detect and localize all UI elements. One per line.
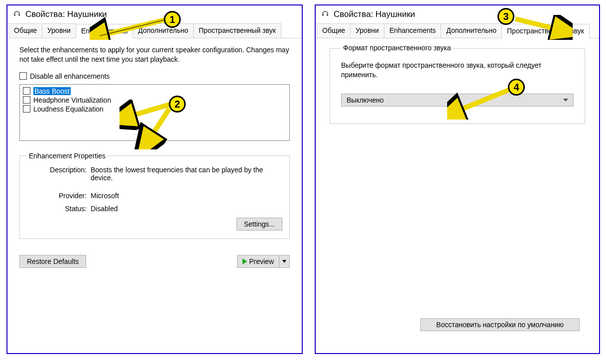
spatial-format-legend: Формат пространственного звука xyxy=(341,44,453,52)
tab-advanced[interactable]: Дополнительно xyxy=(132,23,194,38)
spatial-format-value: Выключено xyxy=(347,96,384,104)
loudness-eq-label: Loudness Equalization xyxy=(33,105,104,113)
tab-levels[interactable]: Уровни xyxy=(42,23,76,38)
preview-dropdown-button[interactable] xyxy=(279,255,290,268)
tab-row: Общие Уровни Enhancements Дополнительно … xyxy=(316,23,599,38)
tab-spatial[interactable]: Пространственный звук xyxy=(193,23,281,38)
tab-content: Формат пространственного звука Выберите … xyxy=(316,38,599,341)
status-label: Status: xyxy=(27,205,87,213)
tab-advanced[interactable]: Дополнительно xyxy=(441,23,502,38)
headphone-virt-label: Headphone Virtualization xyxy=(33,96,111,104)
enh-item-loudness-eq[interactable]: Loudness Equalization xyxy=(20,105,289,114)
enh-item-headphone-virt[interactable]: Headphone Virtualization xyxy=(20,96,289,105)
dialog-spatial: Свойства: Наушники Общие Уровни Enhancem… xyxy=(315,4,600,354)
callout-2: 2 xyxy=(169,96,186,113)
tab-content: Select the enhancements to apply for you… xyxy=(7,38,302,275)
disable-all-checkbox[interactable] xyxy=(19,72,27,80)
play-icon xyxy=(242,258,247,264)
callout-1: 1 xyxy=(164,11,181,28)
disable-all-label: Disable all enhancements xyxy=(30,72,110,80)
dialog-enhancements: Свойства: Наушники Общие Уровни Enhancem… xyxy=(6,4,303,354)
enhancements-intro: Select the enhancements to apply for you… xyxy=(19,45,290,64)
tab-row: Общие Уровни Enhancements Дополнительно … xyxy=(7,23,302,38)
callout-4: 4 xyxy=(508,79,525,96)
bass-boost-label: Bass Boost xyxy=(33,87,71,95)
enhancement-properties-group: Enhancement Properties Description: Boos… xyxy=(19,152,290,239)
spatial-intro: Выберите формат пространственного звука,… xyxy=(341,61,574,80)
settings-button[interactable]: Settings... xyxy=(237,218,282,231)
restore-defaults-button[interactable]: Восстановить настройки по умолчанию xyxy=(420,318,580,331)
preview-splitbutton[interactable]: Preview xyxy=(237,255,290,268)
tab-enhancements[interactable]: Enhancements xyxy=(76,24,133,38)
tab-spatial[interactable]: Пространственный звук xyxy=(501,24,590,38)
titlebar: Свойства: Наушники xyxy=(316,5,599,23)
provider-value: Microsoft xyxy=(91,192,282,200)
enhancements-list: Bass Boost Headphone Virtualization Loud… xyxy=(19,84,290,141)
headphones-icon xyxy=(321,10,330,19)
status-value: Disabled xyxy=(91,205,282,213)
chevron-down-icon xyxy=(563,99,568,102)
headphone-virt-checkbox[interactable] xyxy=(23,96,30,104)
enh-item-bass-boost[interactable]: Bass Boost xyxy=(20,87,289,96)
headphones-icon xyxy=(12,10,21,19)
tab-general[interactable]: Общие xyxy=(317,23,351,38)
callout-3: 3 xyxy=(497,8,514,25)
desc-value: Boosts the lowest frequencies that can b… xyxy=(91,166,282,182)
titlebar: Свойства: Наушники xyxy=(7,5,302,23)
bass-boost-checkbox[interactable] xyxy=(23,87,30,95)
chevron-down-icon xyxy=(282,260,286,263)
tab-general[interactable]: Общие xyxy=(8,23,42,38)
restore-defaults-button[interactable]: Restore Defaults xyxy=(19,255,86,268)
disable-all-row[interactable]: Disable all enhancements xyxy=(19,72,290,80)
enhancement-properties-legend: Enhancement Properties xyxy=(27,152,108,160)
preview-label: Preview xyxy=(249,257,274,265)
window-title: Свойства: Наушники xyxy=(25,9,107,19)
spatial-format-dropdown[interactable]: Выключено xyxy=(341,94,574,107)
spatial-format-group: Формат пространственного звука Выберите … xyxy=(330,48,585,124)
provider-label: Provider: xyxy=(27,192,87,200)
window-title: Свойства: Наушники xyxy=(334,9,415,19)
preview-button[interactable]: Preview xyxy=(237,255,279,268)
desc-label: Description: xyxy=(27,166,87,174)
tab-levels[interactable]: Уровни xyxy=(350,23,384,38)
tab-enhancements[interactable]: Enhancements xyxy=(384,23,441,38)
loudness-eq-checkbox[interactable] xyxy=(23,105,30,113)
